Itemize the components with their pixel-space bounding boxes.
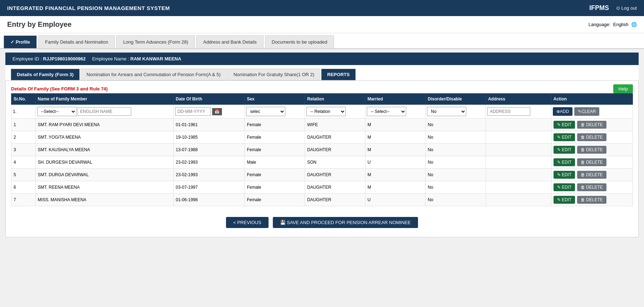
tab-address[interactable]: Address and Bank Details bbox=[196, 35, 264, 48]
cell-dob: 23-02-1993 bbox=[173, 169, 245, 181]
sub-tab-nomination-arrears[interactable]: Nomination for Arrears and Commutation o… bbox=[80, 69, 227, 80]
cell-dob: 01-06-1998 bbox=[173, 194, 245, 206]
cell-married: U bbox=[365, 194, 426, 206]
edit-button-4[interactable]: ✎ EDIT bbox=[554, 158, 575, 166]
delete-button-7[interactable]: 🗑 DELETE bbox=[577, 196, 606, 204]
edit-button-1[interactable]: ✎ EDIT bbox=[554, 121, 575, 129]
language-value: English bbox=[613, 22, 629, 27]
table-row: 6 SMT. REENA MEENA 03-07-1997 Female DAU… bbox=[11, 181, 633, 194]
cell-sex: Female bbox=[245, 119, 305, 131]
sex-select[interactable]: selec bbox=[246, 107, 285, 116]
input-name-cell: --Select-- bbox=[35, 105, 173, 119]
check-icon: ✓ bbox=[10, 39, 16, 45]
employee-id-label: Employee ID : bbox=[13, 56, 42, 61]
col-dob: Date Of Birth bbox=[173, 94, 245, 105]
cell-relation: WIFE bbox=[305, 119, 365, 131]
col-sex: Sex bbox=[245, 94, 305, 105]
edit-button-5[interactable]: ✎ EDIT bbox=[554, 171, 575, 179]
relation-select[interactable]: -- Relation bbox=[306, 107, 346, 116]
calendar-icon[interactable]: 📅 bbox=[212, 108, 222, 115]
table-row: 4 SH. DURGESH DEVARWAL 23-02-1993 Male S… bbox=[11, 156, 633, 169]
tab-advances[interactable]: Long Term Advances (Form 28) bbox=[116, 35, 195, 48]
employee-info-bar: Employee ID : RJJP198019000962 Employee … bbox=[5, 53, 639, 65]
sub-tabs: Details of Family (Form 3) Nomination fo… bbox=[5, 65, 639, 81]
cell-address bbox=[486, 194, 551, 206]
disorder-select[interactable]: No bbox=[427, 107, 466, 116]
col-relation: Relation bbox=[305, 94, 365, 105]
cell-disorder: No bbox=[426, 131, 486, 144]
cell-dob: 01-01-1961 bbox=[173, 119, 245, 131]
bottom-buttons: < PREVIOUS 💾 SAVE AND PROCEED FOR PENSIO… bbox=[11, 213, 633, 232]
cell-srno: 2 bbox=[11, 131, 36, 144]
col-srno: Sr.No. bbox=[11, 94, 36, 105]
input-married-cell: -- Select-- bbox=[365, 105, 426, 119]
edit-button-7[interactable]: ✎ EDIT bbox=[554, 196, 575, 204]
name-input[interactable] bbox=[78, 107, 131, 116]
cell-sex: Male bbox=[245, 156, 305, 169]
cell-dob: 13-07-1988 bbox=[173, 144, 245, 156]
cell-action: ✎ EDIT 🗑 DELETE bbox=[551, 119, 633, 131]
header: INTEGRATED FINANCIAL PENSION MANAGEMENT … bbox=[0, 0, 644, 16]
input-action-cell: ⊕ADD ✎CLEAR bbox=[551, 105, 633, 119]
address-input[interactable] bbox=[487, 107, 530, 116]
col-married: Married bbox=[365, 94, 426, 105]
married-select[interactable]: -- Select-- bbox=[367, 107, 406, 116]
input-disorder-cell: No bbox=[426, 105, 486, 119]
cell-action: ✎ EDIT 🗑 DELETE bbox=[551, 144, 633, 156]
cell-married: U bbox=[365, 156, 426, 169]
delete-button-3[interactable]: 🗑 DELETE bbox=[577, 146, 606, 154]
page-title: Entry by Employee bbox=[7, 20, 72, 29]
cell-sex: Female bbox=[245, 144, 305, 156]
input-sex-cell: selec bbox=[245, 105, 305, 119]
employee-id-value: RJJP198019000962 bbox=[43, 56, 85, 61]
help-button[interactable]: Help bbox=[613, 84, 633, 93]
cell-address bbox=[486, 156, 551, 169]
name-prefix-select[interactable]: --Select-- bbox=[37, 107, 77, 116]
cell-disorder: No bbox=[426, 119, 486, 131]
edit-button-3[interactable]: ✎ EDIT bbox=[554, 146, 575, 154]
input-address-cell bbox=[486, 105, 551, 119]
previous-button[interactable]: < PREVIOUS bbox=[226, 217, 268, 228]
tab-family[interactable]: Family Details and Nomination bbox=[38, 35, 115, 48]
logout-button[interactable]: ⊙ Log out bbox=[616, 5, 637, 11]
cell-address bbox=[486, 169, 551, 181]
cell-disorder: No bbox=[426, 144, 486, 156]
cell-srno: 6 bbox=[11, 181, 36, 194]
cell-disorder: No bbox=[426, 169, 486, 181]
delete-button-6[interactable]: 🗑 DELETE bbox=[577, 183, 606, 191]
sub-tab-reports[interactable]: REPORTS bbox=[321, 69, 356, 80]
cell-disorder: No bbox=[426, 156, 486, 169]
employee-name-value: RAM KANWAR MEENA bbox=[131, 56, 181, 61]
tab-profile[interactable]: ✓ Profile bbox=[4, 35, 37, 48]
cell-sex: Female bbox=[245, 194, 305, 206]
cell-dob: 19-10-1985 bbox=[173, 131, 245, 144]
section-title: Details Of Family (See FORM 3 and Rule 7… bbox=[11, 86, 108, 91]
edit-button-2[interactable]: ✎ EDIT bbox=[554, 133, 575, 141]
family-table: Sr.No. Name of Family Member Date Of Bir… bbox=[11, 93, 633, 206]
language-icon[interactable]: 🌐 bbox=[631, 22, 637, 27]
edit-button-6[interactable]: ✎ EDIT bbox=[554, 183, 575, 191]
save-button[interactable]: 💾 SAVE AND PROCEED FOR PENSION ARREAR NO… bbox=[273, 217, 418, 228]
table-row: 5 SMT. DURGA DEVARWAL 23-02-1993 Female … bbox=[11, 169, 633, 181]
cell-action: ✎ EDIT 🗑 DELETE bbox=[551, 194, 633, 206]
cell-disorder: No bbox=[426, 181, 486, 194]
dob-input[interactable] bbox=[175, 107, 211, 116]
add-button[interactable]: ⊕ADD bbox=[553, 107, 572, 116]
delete-button-2[interactable]: 🗑 DELETE bbox=[577, 133, 606, 141]
delete-button-4[interactable]: 🗑 DELETE bbox=[577, 158, 606, 166]
cell-relation: DAUGHTER bbox=[305, 194, 365, 206]
cell-disorder: No bbox=[426, 194, 486, 206]
table-row: 3 SMT. KAUSHALYA MEENA 13-07-1988 Female… bbox=[11, 144, 633, 156]
sub-tab-family-form3[interactable]: Details of Family (Form 3) bbox=[11, 69, 80, 80]
tab-documents[interactable]: Documents to be uploaded bbox=[265, 35, 334, 48]
main-content: Details Of Family (See FORM 3 and Rule 7… bbox=[5, 81, 639, 237]
cell-srno: 7 bbox=[11, 194, 36, 206]
delete-button-5[interactable]: 🗑 DELETE bbox=[577, 171, 606, 179]
sub-tab-gratuity[interactable]: Nomination For Gratuity Share(1 OR 2) bbox=[227, 69, 320, 80]
table-row: 2 SMT. YOGITA MEENA 19-10-1985 Female DA… bbox=[11, 131, 633, 144]
page-title-bar: Entry by Employee Language: English 🌐 bbox=[0, 16, 644, 33]
table-row: 1 SMT. RAM PYARI DEVI MEENA 01-01-1961 F… bbox=[11, 119, 633, 131]
delete-button-1[interactable]: 🗑 DELETE bbox=[577, 121, 606, 129]
cell-name: MISS. MANISHA MEENA bbox=[35, 194, 173, 206]
clear-button[interactable]: ✎CLEAR bbox=[574, 107, 599, 116]
